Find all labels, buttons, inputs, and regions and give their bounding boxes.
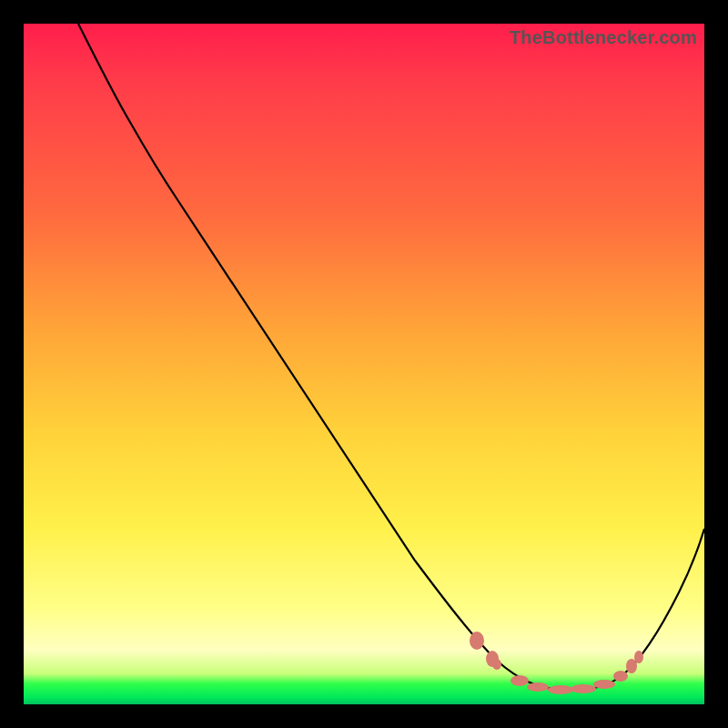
chart-frame: TheBottlenecker.com: [24, 24, 704, 704]
chart-gradient-background: [24, 24, 704, 704]
watermark-text: TheBottlenecker.com: [510, 27, 697, 48]
